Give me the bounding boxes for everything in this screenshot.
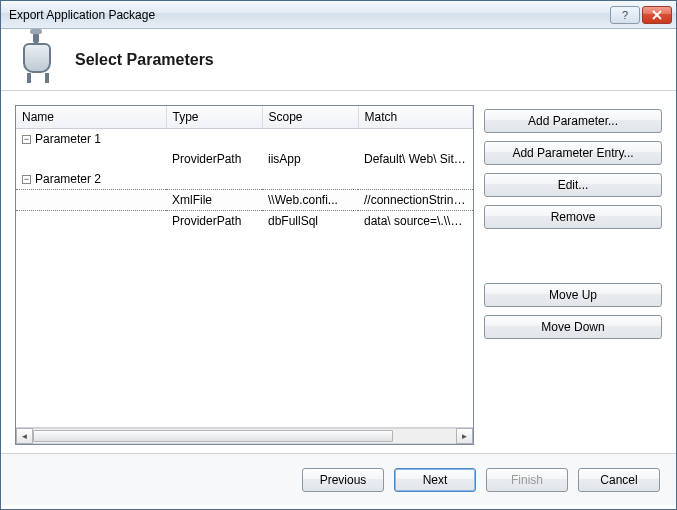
table-row-selected[interactable]: XmlFile \\Web.confi... //connectionStrin… (16, 190, 473, 211)
col-scope[interactable]: Scope (262, 106, 358, 129)
col-match[interactable]: Match (358, 106, 473, 129)
scroll-track[interactable] (33, 428, 456, 444)
table-row[interactable]: −Parameter 2 (16, 169, 473, 190)
remove-button[interactable]: Remove (484, 205, 662, 229)
column-header-row: Name Type Scope Match (16, 106, 473, 129)
collapse-icon[interactable]: − (22, 175, 31, 184)
horizontal-scrollbar[interactable]: ◄ ► (16, 427, 473, 444)
cell-type (166, 169, 262, 190)
cell-match (358, 129, 473, 150)
parameters-grid: Name Type Scope Match −Parameter 1 (15, 105, 474, 445)
cell-type: ProviderPath (166, 211, 262, 232)
scroll-left-icon[interactable]: ◄ (16, 428, 33, 444)
cell-type: ProviderPath (166, 149, 262, 169)
close-button[interactable] (642, 6, 672, 24)
table-row[interactable]: −Parameter 1 (16, 129, 473, 150)
add-parameter-button[interactable]: Add Parameter... (484, 109, 662, 133)
title-bar: Export Application Package ? (1, 1, 676, 29)
edit-button[interactable]: Edit... (484, 173, 662, 197)
cell-scope (262, 129, 358, 150)
col-type[interactable]: Type (166, 106, 262, 129)
content-area: Name Type Scope Match −Parameter 1 (1, 91, 676, 453)
button-spacer (484, 237, 662, 275)
finish-button: Finish (486, 468, 568, 492)
window-controls: ? (608, 6, 672, 24)
cell-match (358, 169, 473, 190)
wizard-footer: Previous Next Finish Cancel (1, 453, 676, 505)
col-name[interactable]: Name (16, 106, 166, 129)
window-title: Export Application Package (9, 8, 608, 22)
collapse-icon[interactable]: − (22, 135, 31, 144)
previous-button[interactable]: Previous (302, 468, 384, 492)
cell-name: Parameter 1 (35, 132, 101, 146)
cell-match: Default\ Web\ Site/M (358, 149, 473, 169)
cell-scope (262, 169, 358, 190)
page-title: Select Parameters (75, 51, 214, 69)
cell-match: //connectionStrings/ (358, 190, 473, 211)
cell-scope: \\Web.confi... (262, 190, 358, 211)
table-row[interactable]: ProviderPath dbFullSql data\ source=\.\\… (16, 211, 473, 232)
move-down-button[interactable]: Move Down (484, 315, 662, 339)
cell-type (166, 129, 262, 150)
cell-scope: dbFullSql (262, 211, 358, 232)
side-buttons: Add Parameter... Add Parameter Entry... … (484, 105, 662, 445)
grid-viewport: Name Type Scope Match −Parameter 1 (16, 106, 473, 427)
scroll-thumb[interactable] (33, 430, 393, 442)
cell-scope: iisApp (262, 149, 358, 169)
close-icon (652, 10, 662, 20)
table-row[interactable]: ProviderPath iisApp Default\ Web\ Site/M (16, 149, 473, 169)
move-up-button[interactable]: Move Up (484, 283, 662, 307)
cell-type: XmlFile (166, 190, 262, 211)
scroll-right-icon[interactable]: ► (456, 428, 473, 444)
cell-name: Parameter 2 (35, 172, 101, 186)
next-button[interactable]: Next (394, 468, 476, 492)
wizard-header: Select Parameters (1, 29, 676, 91)
cancel-button[interactable]: Cancel (578, 468, 660, 492)
add-parameter-entry-button[interactable]: Add Parameter Entry... (484, 141, 662, 165)
cell-match: data\ source=\.\\SQ (358, 211, 473, 232)
help-button[interactable]: ? (610, 6, 640, 24)
package-icon (17, 39, 59, 81)
